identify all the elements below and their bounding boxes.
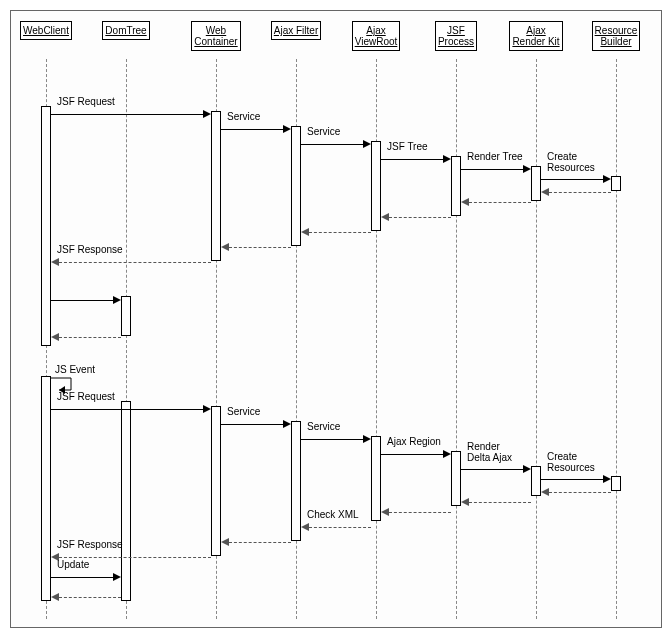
message-label: JSF Tree: [387, 141, 428, 152]
message-return: [541, 186, 611, 200]
message-jsf-response: JSF Response: [51, 256, 211, 270]
participant-resourcebuilder: Resource Builder: [586, 21, 646, 51]
message-check-xml: Check XML: [301, 521, 371, 535]
activation-bar: [451, 451, 461, 506]
activation-bar: [611, 476, 621, 491]
participant-label: Ajax Filter: [271, 21, 321, 40]
message-service: Service: [301, 433, 371, 447]
message-label: JS Event: [55, 364, 95, 375]
activation-bar: [611, 176, 621, 191]
message-label: JSF Response: [57, 244, 123, 255]
activation-bar: [121, 401, 131, 601]
message-return: [461, 196, 531, 210]
lifeline: [456, 59, 457, 619]
sequence-diagram-frame: WebClient DomTree Web Container Ajax Fil…: [0, 0, 671, 636]
message-return: [301, 226, 371, 240]
participant-jsfprocess: JSF Process: [426, 21, 486, 51]
message-return: [221, 241, 291, 255]
activation-bar: [41, 106, 51, 346]
activation-bar: [121, 296, 131, 336]
message-return: [461, 496, 531, 510]
message-label: Render Tree: [467, 151, 523, 162]
message-return: [381, 211, 451, 225]
message-label: JSF Request: [57, 96, 115, 107]
message-label: Service: [307, 126, 340, 137]
participant-ajaxfilter: Ajax Filter: [266, 21, 326, 40]
participant-ajaxviewroot: Ajax ViewRoot: [346, 21, 406, 51]
message-return: [381, 506, 451, 520]
message-label: Service: [307, 421, 340, 432]
participant-label: Resource Builder: [592, 21, 641, 51]
message-label: Update: [57, 559, 89, 570]
message-label: Render Delta Ajax: [467, 441, 512, 463]
message-call: [51, 294, 121, 308]
message-create-resources: Create Resources: [541, 173, 611, 187]
activation-bar: [211, 406, 221, 556]
message-label: Create Resources: [547, 151, 595, 173]
lifeline: [536, 59, 537, 619]
message-ajax-region: Ajax Region: [381, 448, 451, 462]
message-return: [51, 331, 121, 345]
participant-label: Web Container: [191, 21, 240, 51]
message-jsf-request: JSF Request: [51, 403, 211, 417]
message-service: Service: [221, 418, 291, 432]
message-label: Check XML: [307, 509, 359, 520]
activation-bar: [291, 421, 301, 541]
message-label: Create Resources: [547, 451, 595, 473]
message-label: Ajax Region: [387, 436, 441, 447]
message-jsf-tree: JSF Tree: [381, 153, 451, 167]
participant-label: DomTree: [102, 21, 149, 40]
activation-bar: [291, 126, 301, 246]
message-jsf-request: JSF Request: [51, 108, 211, 122]
message-service: Service: [221, 123, 291, 137]
message-service: Service: [301, 138, 371, 152]
participant-ajaxrenderkit: Ajax Render Kit: [506, 21, 566, 51]
message-label: Service: [227, 111, 260, 122]
activation-bar: [531, 466, 541, 496]
participant-label: JSF Process: [435, 21, 477, 51]
lifeline: [616, 59, 617, 619]
sequence-diagram-canvas: WebClient DomTree Web Container Ajax Fil…: [10, 10, 662, 628]
participant-webclient: WebClient: [16, 21, 76, 40]
activation-bar: [451, 156, 461, 216]
message-update: Update: [51, 571, 121, 585]
message-create-resources: Create Resources: [541, 473, 611, 487]
activation-bar: [531, 166, 541, 201]
participant-label: WebClient: [20, 21, 72, 40]
activation-bar: [41, 376, 51, 601]
participant-label: Ajax ViewRoot: [352, 21, 401, 51]
message-label: Service: [227, 406, 260, 417]
message-label: JSF Request: [57, 391, 115, 402]
activation-bar: [211, 111, 221, 261]
message-render-tree: Render Tree: [461, 163, 531, 177]
message-return: [541, 486, 611, 500]
participant-webcontainer: Web Container: [186, 21, 246, 51]
message-return: [51, 591, 121, 605]
participant-label: Ajax Render Kit: [509, 21, 562, 51]
message-label: JSF Response: [57, 539, 123, 550]
activation-bar: [371, 436, 381, 521]
activation-bar: [371, 141, 381, 231]
message-return: [221, 536, 291, 550]
participant-domtree: DomTree: [96, 21, 156, 40]
message-render-delta-ajax: Render Delta Ajax: [461, 463, 531, 477]
